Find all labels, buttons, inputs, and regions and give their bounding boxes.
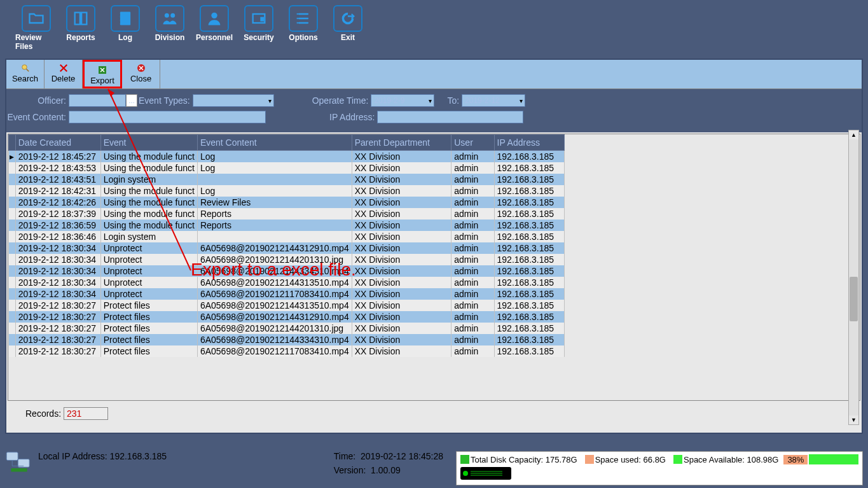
local-ip-value: 192.168.3.185 xyxy=(110,451,167,461)
row-marker xyxy=(9,323,16,334)
officer-browse-button[interactable]: … xyxy=(126,94,137,107)
scroll-up-arrow[interactable]: ▲ xyxy=(849,130,858,139)
table-row[interactable]: 2019-2-12 18:30:34Unprotect6A05698@20190… xyxy=(9,242,565,254)
cell-dept: XX Division xyxy=(352,254,451,265)
cell-user: admin xyxy=(451,185,494,197)
cell-content: 6A05698@20190212144312910.mp4 xyxy=(197,311,352,323)
table-row[interactable]: 2019-2-12 18:43:53Using the module funct… xyxy=(9,162,565,174)
cell-event: Using the module funct xyxy=(100,197,197,208)
nav-personnel[interactable]: Personnel xyxy=(193,5,235,51)
scroll-thumb[interactable] xyxy=(850,277,858,321)
cell-user: admin xyxy=(451,311,494,323)
table-row[interactable]: 2019-2-12 18:30:34Unprotect6A05698@20190… xyxy=(9,288,565,300)
table-row[interactable]: 2019-2-12 18:42:31Using the module funct… xyxy=(9,185,565,197)
col-ip-address[interactable]: IP Address xyxy=(494,135,564,151)
cell-date: 2019-2-12 18:30:27 xyxy=(15,345,100,357)
cell-ip: 192.168.3.185 xyxy=(494,277,564,288)
nav-reports[interactable]: Reports xyxy=(60,5,102,51)
event-content-input[interactable] xyxy=(69,111,266,123)
btn-label: Close xyxy=(130,74,151,83)
cell-date: 2019-2-12 18:36:59 xyxy=(15,220,100,231)
col-parent-department[interactable]: Parent Department xyxy=(352,135,451,151)
col-user[interactable]: User xyxy=(451,135,494,151)
table-row[interactable]: 2019-2-12 18:37:39Using the module funct… xyxy=(9,208,565,220)
table-row[interactable]: 2019-2-12 18:36:59Using the module funct… xyxy=(9,220,565,231)
nav-label: Personnel xyxy=(196,33,233,42)
delete-button[interactable]: Delete xyxy=(45,60,83,88)
cell-date: 2019-2-12 18:36:46 xyxy=(15,231,100,242)
table-row[interactable]: 2019-2-12 18:36:46Login systemXX Divisio… xyxy=(9,231,565,242)
cell-dept: XX Division xyxy=(352,185,451,197)
led-icon xyxy=(463,471,468,476)
cell-content: 6A05698@20190212144313510.mp4 xyxy=(197,300,352,311)
table-row[interactable]: 2019-2-12 18:30:27Protect files6A05698@2… xyxy=(9,300,565,311)
version-label: Version: xyxy=(334,465,366,475)
cell-ip: 192.168.3.185 xyxy=(494,185,564,197)
cell-date: 2019-2-12 18:43:53 xyxy=(15,162,100,174)
excel-icon xyxy=(96,64,109,76)
cell-user: admin xyxy=(451,265,494,277)
event-types-label: Event Types: xyxy=(139,95,193,106)
disk-pct: 38% xyxy=(783,455,808,464)
annotation-text: Export to a excel file. xyxy=(191,260,356,280)
search-button[interactable]: Search xyxy=(6,60,45,88)
svg-rect-2 xyxy=(119,18,120,19)
cell-date: 2019-2-12 18:30:34 xyxy=(15,277,100,288)
close-icon xyxy=(135,62,148,74)
to-label: To: xyxy=(447,95,462,106)
cell-ip: 192.168.3.185 xyxy=(494,323,564,334)
cell-date: 2019-2-12 18:30:27 xyxy=(15,323,100,334)
nav-log[interactable]: Log xyxy=(104,5,146,51)
cell-dept: XX Division xyxy=(352,277,451,288)
exit-icon xyxy=(333,5,362,32)
table-row[interactable]: 2019-2-12 18:43:51Login systemXX Divisio… xyxy=(9,174,565,185)
cell-user: admin xyxy=(451,242,494,254)
officer-input[interactable] xyxy=(69,94,126,107)
nav-review-files[interactable]: Review Files xyxy=(15,5,57,51)
table-row[interactable]: 2019-2-12 18:30:27Protect files6A05698@2… xyxy=(9,323,565,334)
cell-content: 6A05698@20190212144312910.mp4 xyxy=(197,242,352,254)
ip-input[interactable] xyxy=(377,111,523,123)
close-button[interactable]: Close xyxy=(122,60,160,88)
table-row[interactable]: 2019-2-12 18:30:27Protect files6A05698@2… xyxy=(9,311,565,323)
cell-ip: 192.168.3.185 xyxy=(494,151,564,163)
cell-date: 2019-2-12 18:30:34 xyxy=(15,254,100,265)
cell-ip: 192.168.3.185 xyxy=(494,334,564,345)
col-event[interactable]: Event xyxy=(100,135,197,151)
nav-division[interactable]: Division xyxy=(149,5,191,51)
cell-content: 6A05698@20190212144201310.jpg xyxy=(197,323,352,334)
disk-panel: Total Disk Capacity: 175.78G Space used:… xyxy=(456,451,863,485)
cell-event: Using the module funct xyxy=(100,208,197,220)
btn-label: Delete xyxy=(52,74,76,83)
cell-user: admin xyxy=(451,208,494,220)
cell-dept: XX Division xyxy=(352,288,451,300)
scroll-down-arrow[interactable]: ▼ xyxy=(849,415,858,424)
table-row[interactable]: 2019-2-12 18:30:27Protect files6A05698@2… xyxy=(9,334,565,345)
nav-label: Log xyxy=(118,33,132,42)
vertical-scrollbar[interactable]: ▲ ▼ xyxy=(848,130,859,425)
cell-user: admin xyxy=(451,220,494,231)
cell-event: Using the module funct xyxy=(100,162,197,174)
cell-event: Protect files xyxy=(100,345,197,357)
cell-event: Protect files xyxy=(100,334,197,345)
nav-exit[interactable]: Exit xyxy=(327,5,369,51)
col-date-created[interactable]: Date Created xyxy=(15,135,100,151)
col-event-content[interactable]: Event Content xyxy=(197,135,352,151)
cell-dept: XX Division xyxy=(352,345,451,357)
nav-options[interactable]: Options xyxy=(282,5,324,51)
table-row[interactable]: 2019-2-12 18:42:26Using the module funct… xyxy=(9,197,565,208)
export-button[interactable]: Export xyxy=(83,60,122,88)
nav-label: Exit xyxy=(341,33,355,42)
nav-label: Security xyxy=(244,33,273,42)
sub-toolbar: Search Delete Export Close xyxy=(6,60,862,89)
event-types-dropdown[interactable] xyxy=(193,94,274,107)
cell-event: Protect files xyxy=(100,300,197,311)
book-icon xyxy=(66,5,95,32)
date-from-dropdown[interactable]: 2019-2-9 xyxy=(371,94,434,107)
network-icon xyxy=(5,451,33,476)
table-row[interactable]: ▸2019-2-12 18:45:27Using the module func… xyxy=(9,151,565,163)
time-value: 2019-02-12 18:45:28 xyxy=(361,451,443,461)
table-row[interactable]: 2019-2-12 18:30:27Protect files6A05698@2… xyxy=(9,345,565,357)
nav-security[interactable]: Security xyxy=(238,5,280,51)
date-to-dropdown[interactable]: 2019-2-12 xyxy=(462,94,525,107)
